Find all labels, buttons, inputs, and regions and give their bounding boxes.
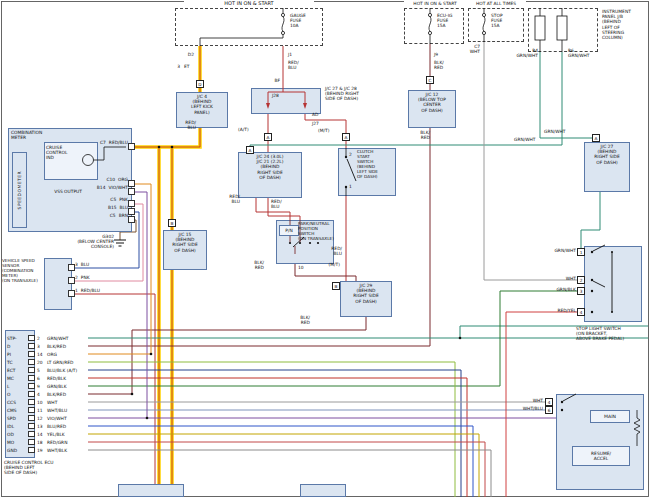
ecu-pin-name: CCS — [7, 400, 28, 405]
ecu-edge-pin — [28, 423, 35, 429]
main-pin4-number: 4 — [545, 398, 553, 406]
vss-label: VEHICLE SPEED SENSOR (COMBINATION METER)… — [2, 258, 44, 283]
ground-g302-label: G302 (BELOW CENTER CONSOLE) — [58, 234, 114, 250]
ecu-pin-name: TC — [7, 360, 28, 365]
main-pin6-number: 6 — [545, 406, 553, 414]
ecu-pin-row: CCS 10 WHT — [7, 398, 97, 406]
meter-pin-c5-pnk-color: PNK — [119, 197, 128, 202]
cruise-ind-label: CRUISE CONTROL IND — [46, 145, 80, 161]
meter-edge-pin — [128, 200, 135, 207]
ecu-edge-pin — [28, 447, 35, 453]
wire-label-grnwht-r6: GRN/WHT — [514, 137, 548, 142]
main-switch-inner-box: MAIN — [590, 410, 630, 423]
wire-label-redblu-pn1: RED/ BLU — [216, 194, 240, 204]
ecu-pin-row: SPD 12 VIO/WHT — [7, 414, 97, 422]
ecu-edge-pin — [28, 439, 35, 445]
ecu-pin-color: BLU/BLK (A/T) — [47, 368, 77, 373]
ecu-pin-row: GND 19 WHT/BLK — [7, 446, 97, 454]
ecu-pin-row: MO 18 RED/GRN — [7, 438, 97, 446]
ecu-pin-row: CMS 11 WHT/BLU — [7, 406, 97, 414]
meter-pin-c7-id: C7 — [100, 140, 106, 145]
ecu-pin-number: 14 — [37, 432, 47, 437]
ecu-pin-number: 4 — [37, 392, 47, 397]
ground-symbol-g302 — [114, 240, 126, 246]
cruise-ecu-label: CRUISE CONTROL ECU (BEHIND LEFT SIDE OF … — [4, 460, 74, 476]
combination-meter-label: COMBINATION METER — [11, 130, 71, 140]
ecu-edge-pin — [28, 367, 35, 373]
ecu-pin-color: BLU/RED — [47, 424, 66, 429]
jb-r6-label: R6 GRN/WHT — [568, 48, 602, 58]
junction-jc2728-label: J/C 27 & J/C 28 (BEHIND RIGHT SIDE OF DA… — [325, 86, 387, 102]
ecu-pin-color: WHT/BLU — [47, 408, 67, 413]
ecu-pin-name: OD — [7, 432, 28, 437]
wire-label-blkred-jc29: BLK/ RED — [286, 315, 310, 325]
ecu-edge-pin — [28, 383, 35, 389]
ecu-pin-name: MC — [7, 376, 28, 381]
ecu-edge-pin — [28, 351, 35, 357]
vss-pin-1-color: RED/BLU — [81, 288, 100, 293]
tag-j27: J27 — [312, 121, 328, 126]
ecu-pin-color: RED/GRN — [47, 440, 67, 445]
wire-label-blkred-pn: BLK/ RED — [240, 260, 264, 270]
ecu-pin-color: WHT — [47, 400, 57, 405]
stop-pin1-number: 1 — [577, 248, 585, 256]
jc2728-arrow-left — [266, 103, 270, 109]
vss-pin-2: 2PNK — [75, 275, 115, 280]
ecu-pin-number: 20 — [37, 360, 47, 365]
wire-label-blkred-jc12: BLK/ RED — [406, 130, 430, 140]
ecu-pin-name: GND — [7, 448, 28, 453]
ecu-edge-pin — [28, 343, 35, 349]
meter-pin-c10-color: ORG — [118, 177, 128, 182]
ecu-pin-number: 6 — [37, 376, 47, 381]
vss-pin-3: 3BLU — [75, 262, 115, 267]
ecu-pin-number: 2 — [37, 336, 47, 341]
meter-ind-symbol — [83, 147, 127, 166]
tag-j1: J1 — [288, 52, 308, 57]
ecu-pin-row: ECT 5 BLU/BLK (A/T) — [7, 366, 97, 374]
ecu-pin-number: 18 — [37, 440, 47, 445]
connector-d: D — [196, 80, 204, 88]
stop-pin1-color: GRN/WHT — [534, 248, 576, 253]
stop-light-switch-label: STOP LIGHT SWITCH (ON BRACKET, ABOVE BRA… — [576, 326, 648, 342]
tag-ad: AD — [312, 112, 326, 117]
fuse-ecu-ig-label: ECU-IG FUSE 15A — [437, 13, 463, 29]
tag-bf: BF — [268, 78, 280, 83]
meter-pin-b15-color: BLU — [120, 205, 128, 210]
meter-edge-pin — [128, 180, 135, 187]
ecu-pin-color: RED/BLK — [47, 376, 66, 381]
ecu-edge-pin — [28, 359, 35, 365]
meter-pin-c7: C7RED/BLU — [84, 140, 128, 145]
ecu-pin-color: LT GRN/RED — [47, 360, 73, 365]
power-header-ecu-ig: HOT IN ON & START — [404, 1, 466, 6]
ecu-pin-color: BLK/RED — [47, 392, 66, 397]
stop-pin2-color: WHT — [534, 276, 576, 281]
stop-pin4-color: RED/YEL — [534, 308, 576, 313]
ecu-pin-number: 11 — [37, 408, 47, 413]
ecu-pin-row: O 4 BLK/RED — [7, 390, 97, 398]
pn-tag-box: P/N — [279, 225, 299, 236]
connector-c: C — [426, 76, 434, 84]
meter-pin-b14-id: B14 — [97, 185, 106, 190]
connector-b-jc29: B — [332, 282, 340, 290]
ecu-pin-name: IDL — [7, 424, 28, 429]
ecu-pin-name: SPD — [7, 416, 28, 421]
meter-pin-c10: C10ORG — [84, 177, 128, 182]
meter-edge-pin — [128, 188, 135, 195]
meter-pin-b15: B15BLU — [84, 205, 128, 210]
ecu-pin-name: ECT — [7, 368, 28, 373]
ecu-pin-color: VIO/WHT — [47, 416, 67, 421]
stop-switch-symbol — [591, 245, 613, 313]
ecu-pin-color: YEL/BLK — [47, 432, 65, 437]
power-header-gauge: HOT IN ON & START — [184, 1, 314, 7]
ecu-pin-name: STP- — [7, 336, 28, 341]
meter-pin-b14-color: VIO/WHT — [108, 185, 128, 190]
tag-mt-2: (M/T) — [318, 262, 340, 267]
stop-pin2-number: 2 — [577, 276, 585, 284]
tag-j28: J28 — [272, 93, 290, 98]
jb-r4-label: R4 GRN/WHT — [506, 48, 538, 58]
ecu-pin-name: CMS — [7, 408, 28, 413]
stop-pin3-number: 3 — [577, 287, 585, 295]
tag-at: (A/T) — [238, 127, 260, 132]
ecu-edge-pin — [28, 407, 35, 413]
meter-pin-c5-pnk: C5PNK — [84, 197, 128, 202]
